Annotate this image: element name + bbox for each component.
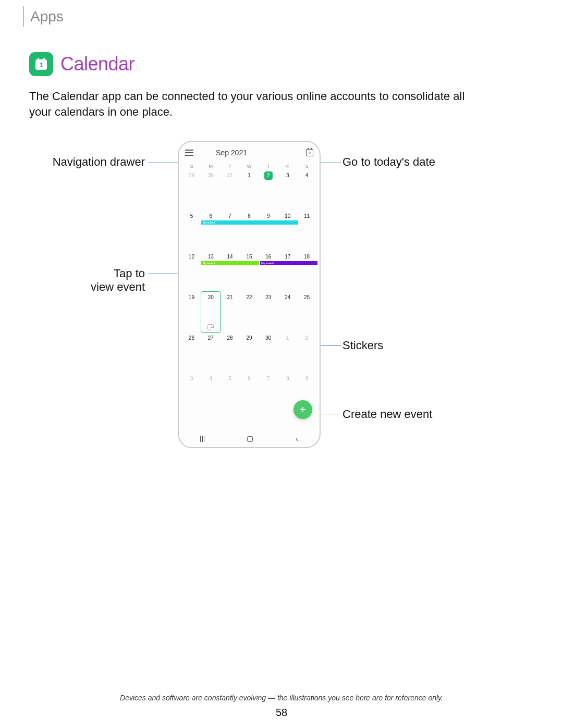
weekday-label: S — [297, 164, 316, 169]
page-header: Apps — [23, 6, 64, 27]
calendar-cell[interactable]: 13 — [201, 251, 221, 292]
date-number: 7 — [226, 212, 234, 220]
date-number: 20 — [206, 293, 215, 302]
calendar-cell[interactable]: 28 — [221, 332, 240, 373]
calendar-cell[interactable]: 27 — [201, 332, 221, 373]
calendar-cell[interactable]: 6 — [240, 373, 259, 414]
calendar-cell[interactable]: 3 — [182, 373, 201, 414]
calendar-cell[interactable]: 10 — [278, 211, 297, 251]
page-header-text: Apps — [30, 8, 64, 25]
create-event-fab[interactable]: + — [293, 400, 312, 419]
calendar-cell[interactable]: 30 — [201, 170, 221, 211]
date-number: 30 — [206, 171, 215, 180]
calendar-cell[interactable]: 29 — [182, 170, 201, 211]
svg-text:1: 1 — [39, 61, 43, 69]
calendar-cell[interactable]: 3 — [278, 170, 297, 211]
date-number: 17 — [284, 253, 292, 261]
date-number: 5 — [187, 212, 195, 220]
phone-frame: Sep 2021 2 SMTWTFS 293031123456789101112… — [178, 141, 321, 448]
calendar-cell[interactable]: 11 — [297, 211, 316, 251]
event-bar[interactable]: My event — [201, 261, 259, 265]
calendar-cell[interactable]: 26 — [182, 332, 201, 373]
date-number: 3 — [284, 171, 292, 180]
date-number: 2 — [303, 334, 311, 342]
calendar-cell[interactable]: 1 — [240, 170, 259, 211]
calendar-cell[interactable]: 19 — [182, 292, 201, 332]
calendar-app-icon: 1 — [29, 52, 53, 76]
callout-stickers: Stickers — [342, 339, 383, 352]
callout-tap-to-view: Tap to view event — [72, 267, 145, 294]
section-description: The Calendar app can be connected to you… — [29, 89, 488, 119]
calendar-cell[interactable]: 7 — [259, 373, 278, 414]
date-number: 29 — [187, 171, 195, 180]
calendar-cell[interactable]: 17 — [278, 251, 297, 292]
calendar-cell[interactable]: 18 — [297, 251, 316, 292]
date-number: 6 — [245, 375, 253, 383]
calendar-cell[interactable]: 23 — [259, 292, 278, 332]
calendar-cell[interactable]: 12 — [182, 251, 201, 292]
calendar-cell[interactable]: 22 — [240, 292, 259, 332]
calendar-cell[interactable]: 29 — [240, 332, 259, 373]
home-icon[interactable] — [247, 436, 253, 442]
calendar-cell[interactable]: 30 — [259, 332, 278, 373]
calendar-cell[interactable]: 16 — [259, 251, 278, 292]
event-bar[interactable]: My event — [201, 220, 298, 225]
date-number: 31 — [226, 171, 234, 180]
calendar-cell[interactable]: 15 — [240, 251, 259, 292]
callout-navigation-drawer: Navigation drawer — [30, 155, 145, 169]
callout-create-new-event: Create new event — [342, 408, 432, 421]
back-icon[interactable]: ‹ — [296, 435, 298, 443]
date-number: 9 — [303, 375, 311, 383]
weekday-label: T — [259, 164, 278, 169]
event-bar[interactable]: My event — [260, 261, 317, 265]
calendar-section: 1 Calendar The Calendar app can be conne… — [29, 52, 488, 119]
date-number: 6 — [206, 212, 215, 220]
date-number: 18 — [303, 253, 311, 261]
date-number: 4 — [206, 375, 215, 383]
calendar-cell[interactable]: 2 — [259, 170, 278, 211]
calendar-cell[interactable]: 5 — [182, 211, 201, 251]
date-number: 19 — [187, 293, 195, 302]
date-number: 8 — [245, 212, 253, 220]
section-title: Calendar — [60, 53, 134, 75]
calendar-cell[interactable]: 7 — [221, 211, 240, 251]
date-number: 11 — [303, 212, 311, 220]
calendar-cell[interactable]: 4 — [297, 170, 316, 211]
calendar-cell[interactable]: 20 — [201, 292, 221, 332]
plus-icon: + — [300, 404, 306, 416]
svg-rect-2 — [43, 58, 45, 61]
date-number: 12 — [187, 253, 195, 261]
calendar-cell[interactable]: 21 — [221, 292, 240, 332]
date-number: 25 — [303, 293, 311, 302]
date-number: 15 — [245, 253, 253, 261]
date-number: 2 — [264, 171, 273, 180]
date-number: 22 — [245, 293, 253, 302]
weekday-label: F — [278, 164, 297, 169]
date-number: 28 — [226, 334, 234, 342]
calendar-cell[interactable]: 8 — [240, 211, 259, 251]
month-label[interactable]: Sep 2021 — [216, 149, 247, 157]
sticker-icon[interactable] — [207, 324, 214, 330]
calendar-cell[interactable]: 1 — [278, 332, 297, 373]
calendar-cell[interactable]: 5 — [221, 373, 240, 414]
date-number: 1 — [284, 334, 292, 342]
calendar-cell[interactable]: 6 — [201, 211, 221, 251]
footer-note: Devices and software are constantly evol… — [0, 694, 563, 702]
hamburger-icon[interactable] — [185, 150, 193, 156]
calendar-cell[interactable]: 24 — [278, 292, 297, 332]
date-number: 29 — [245, 334, 253, 342]
date-number: 23 — [264, 293, 273, 302]
calendar-cell[interactable]: 31 — [221, 170, 240, 211]
go-to-today-icon[interactable]: 2 — [306, 149, 313, 156]
calendar-cell[interactable]: 4 — [201, 373, 221, 414]
date-number: 9 — [264, 212, 273, 220]
today-icon-num: 2 — [309, 151, 311, 155]
calendar-cell[interactable]: 9 — [259, 211, 278, 251]
callout-tap-line2: view event — [72, 280, 145, 294]
phone-topbar: Sep 2021 2 — [179, 142, 320, 164]
calendar-cell[interactable]: 25 — [297, 292, 316, 332]
calendar-cell[interactable]: 14 — [221, 251, 240, 292]
recent-apps-icon[interactable] — [200, 436, 205, 442]
calendar-cell[interactable]: 2 — [297, 332, 316, 373]
callout-go-to-today: Go to today's date — [342, 155, 435, 169]
